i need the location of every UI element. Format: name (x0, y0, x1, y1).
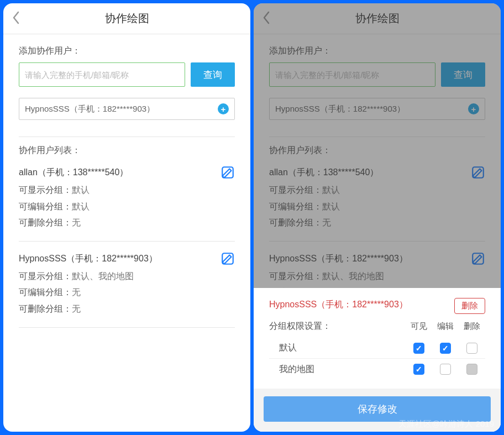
user-list-title: 协作用户列表： (19, 145, 235, 156)
search-button[interactable]: 查询 (441, 62, 485, 87)
col-view: 可见 (406, 321, 432, 332)
edit-icon[interactable] (221, 165, 235, 182)
user-item: allan（手机：138*****540） 可显示分组：默认 可编辑分组：默认 … (19, 165, 235, 242)
add-icon[interactable]: + (468, 103, 479, 114)
svg-rect-1 (222, 253, 233, 264)
sheet-user-name: HypnosSSS（手机：182*****903） (269, 298, 408, 311)
perm-edit-value: 默认 (72, 202, 90, 211)
perm-edit-label: 可编辑分组： (19, 202, 72, 211)
add-icon[interactable]: + (218, 103, 229, 114)
col-edit: 编辑 (432, 321, 459, 332)
svg-rect-2 (473, 167, 484, 178)
group-name: 默认 (269, 342, 406, 354)
group-name: 我的地图 (269, 364, 406, 375)
perm-delete-value: 无 (72, 218, 81, 227)
header: 协作绘图 (254, 3, 501, 34)
search-input[interactable] (19, 62, 185, 87)
search-input[interactable] (269, 62, 435, 87)
back-button[interactable] (12, 11, 20, 27)
col-delete: 删除 (459, 321, 485, 332)
checkbox-edit[interactable] (440, 343, 451, 354)
save-button[interactable]: 保存修改 (264, 396, 491, 422)
checkbox-view[interactable] (413, 364, 424, 375)
group-row: 我的地图 (269, 359, 485, 380)
header: 协作绘图 (3, 3, 250, 34)
user-item: HypnosSSS（手机：182*****903） 可显示分组：默认、我的地图 … (19, 251, 235, 328)
checkbox-delete (466, 364, 477, 375)
left-panel: 协作绘图 添加协作用户： 查询 HypnosSSS（手机：182*****903… (3, 3, 250, 432)
right-panel: 协作绘图 添加协作用户： 查询 HypnosSSS（手机：182*****903… (254, 3, 501, 432)
search-result-row[interactable]: HypnosSSS（手机：182*****903） + (269, 98, 485, 120)
group-row: 默认 (269, 338, 485, 359)
svg-rect-0 (222, 167, 233, 178)
perm-view-label: 可显示分组： (19, 185, 72, 195)
permission-sheet: HypnosSSS（手机：182*****903） 删除 分组权限设置： 可见 … (254, 288, 501, 432)
checkbox-edit[interactable] (440, 364, 451, 375)
user-name: HypnosSSS（手机：182*****903） (19, 251, 158, 266)
checkbox-delete[interactable] (466, 343, 477, 354)
chevron-left-icon (12, 11, 20, 24)
svg-rect-3 (473, 253, 484, 264)
search-result-text: HypnosSSS（手机：182*****903） (25, 104, 155, 114)
search-result-row[interactable]: HypnosSSS（手机：182*****903） + (19, 98, 235, 120)
edit-icon[interactable] (221, 251, 235, 268)
checkbox-view[interactable] (413, 343, 424, 354)
search-button[interactable]: 查询 (191, 62, 235, 87)
page-title: 协作绘图 (355, 11, 400, 26)
edit-icon[interactable] (471, 251, 485, 268)
perm-view-value: 默认 (72, 185, 90, 195)
user-name: allan（手机：138*****540） (19, 165, 128, 180)
edit-icon[interactable] (471, 165, 485, 182)
user-item: allan（手机：138*****540） 可显示分组：默认 可编辑分组：默认 … (269, 165, 485, 242)
page-title: 协作绘图 (105, 11, 149, 26)
back-button[interactable] (262, 11, 270, 27)
delete-user-button[interactable]: 删除 (454, 298, 485, 314)
chevron-left-icon (262, 11, 270, 24)
perm-delete-label: 可删除分组： (19, 218, 72, 227)
permission-title: 分组权限设置： (269, 321, 406, 332)
add-user-label: 添加协作用户： (19, 45, 235, 57)
